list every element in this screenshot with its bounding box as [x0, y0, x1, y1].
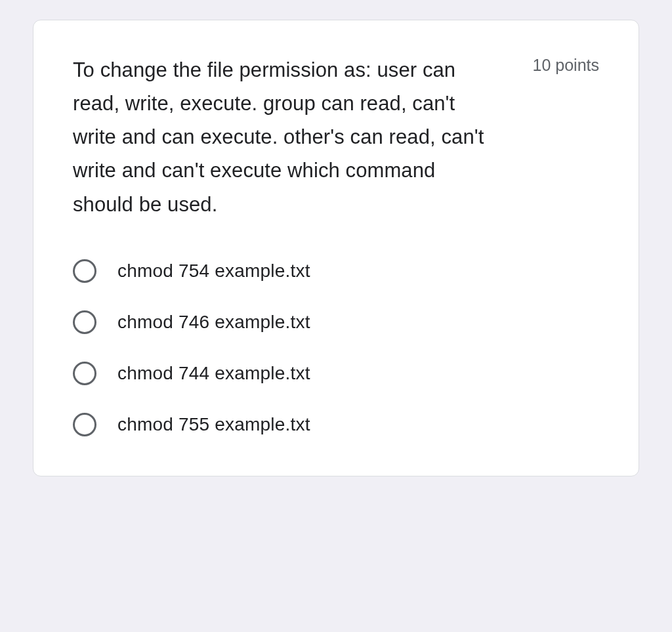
option-label: chmod 754 example.txt	[117, 261, 310, 282]
option-label: chmod 744 example.txt	[117, 363, 310, 384]
option-1[interactable]: chmod 746 example.txt	[73, 310, 599, 334]
option-3[interactable]: chmod 755 example.txt	[73, 413, 599, 436]
radio-icon[interactable]	[73, 362, 96, 385]
question-text: To change the file permission as: user c…	[73, 53, 493, 221]
radio-icon[interactable]	[73, 310, 96, 334]
options-list: chmod 754 example.txt chmod 746 example.…	[73, 259, 599, 436]
question-card: To change the file permission as: user c…	[33, 20, 639, 476]
option-2[interactable]: chmod 744 example.txt	[73, 362, 599, 385]
radio-icon[interactable]	[73, 259, 96, 283]
option-0[interactable]: chmod 754 example.txt	[73, 259, 599, 283]
option-label: chmod 746 example.txt	[117, 312, 310, 333]
radio-icon[interactable]	[73, 413, 96, 436]
question-header: To change the file permission as: user c…	[73, 53, 599, 221]
option-label: chmod 755 example.txt	[117, 414, 310, 435]
points-label: 10 points	[533, 56, 599, 75]
